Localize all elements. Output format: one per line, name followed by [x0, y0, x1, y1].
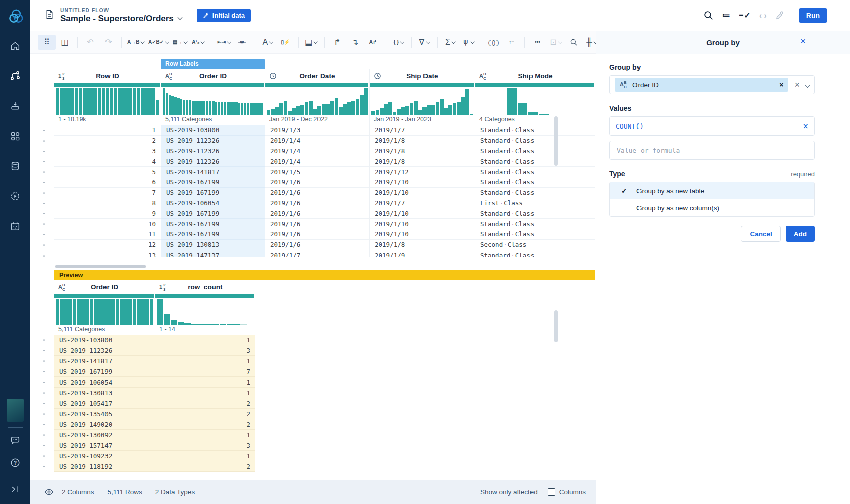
- histogram-bar[interactable]: [461, 97, 465, 115]
- column-view-button[interactable]: ◫: [56, 35, 74, 50]
- histogram-bar[interactable]: [247, 325, 254, 325]
- join-button[interactable]: ◯◯: [485, 35, 503, 50]
- histogram-bar[interactable]: [258, 103, 261, 115]
- column-order-date[interactable]: Order DateJan 2019 - Dec 20222019/1/3201…: [265, 69, 369, 257]
- table-cell[interactable]: 2019/1/10: [370, 208, 475, 219]
- chevron-down-icon[interactable]: [806, 80, 809, 89]
- histogram-bar[interactable]: [125, 88, 129, 115]
- group-values-button[interactable]: ▤: [302, 35, 321, 50]
- show-only-affected-label[interactable]: Show only affected: [480, 488, 538, 496]
- table-cell[interactable]: 12: [54, 240, 161, 250]
- histogram-bar[interactable]: [271, 109, 274, 115]
- table-cell[interactable]: 2019/1/6: [265, 219, 369, 229]
- histogram-bar[interactable]: [174, 97, 177, 115]
- histogram-bar[interactable]: [233, 324, 240, 325]
- histogram-bar[interactable]: [232, 102, 235, 115]
- histogram-bar[interactable]: [128, 299, 132, 325]
- histogram-bar[interactable]: [156, 100, 159, 115]
- table-cell[interactable]: US-2019-112326: [161, 146, 265, 157]
- histogram-bar[interactable]: [94, 299, 97, 325]
- table-cell[interactable]: US-2019-141817: [54, 356, 155, 366]
- table-cell[interactable]: 3: [155, 345, 255, 356]
- histogram-bar[interactable]: [227, 102, 229, 115]
- table-cell[interactable]: US-2019-118192: [54, 461, 155, 472]
- table-cell[interactable]: 1: [155, 430, 255, 440]
- cancel-button[interactable]: Cancel: [741, 226, 780, 242]
- histogram-bar[interactable]: [116, 299, 119, 325]
- search-column-button[interactable]: [565, 35, 583, 50]
- table-cell[interactable]: 2019/1/12: [370, 167, 475, 177]
- histogram-bar[interactable]: [335, 98, 338, 115]
- add-button[interactable]: Add: [786, 226, 815, 242]
- histogram-bar[interactable]: [507, 88, 517, 115]
- histogram-bar[interactable]: [171, 320, 177, 325]
- table-cell[interactable]: 3: [54, 146, 161, 157]
- histogram-bar[interactable]: [356, 99, 359, 115]
- histogram-bar[interactable]: [343, 104, 347, 115]
- histogram-bar[interactable]: [284, 101, 287, 115]
- sort-fields-button[interactable]: A¹₂: [189, 35, 207, 50]
- histogram-bar[interactable]: [75, 88, 78, 115]
- table-cell[interactable]: 2019/1/8: [370, 240, 475, 250]
- histogram-bar[interactable]: [418, 110, 422, 115]
- histogram-bar[interactable]: [102, 299, 106, 325]
- column-ship-mode[interactable]: ABCShip Mode4 CategoriesStandard·ClassSt…: [475, 69, 595, 257]
- histogram-bar[interactable]: [388, 102, 392, 115]
- close-icon[interactable]: ×: [800, 36, 806, 46]
- histogram-bar[interactable]: [94, 88, 98, 115]
- table-cell[interactable]: US-2019-130092: [54, 430, 155, 440]
- histogram-bar[interactable]: [539, 114, 549, 115]
- table-cell[interactable]: US-2019-149020: [54, 419, 155, 430]
- clear-selection-icon[interactable]: ×: [794, 80, 800, 89]
- column-row-count[interactable]: 123row_count1 - 141317112221312: [155, 280, 255, 472]
- pivot-columns-button[interactable]: ↴: [346, 35, 364, 50]
- histogram-bar[interactable]: [63, 88, 67, 115]
- column-header[interactable]: Order Date: [265, 69, 369, 83]
- table-cell[interactable]: US-2019-103800: [54, 335, 155, 345]
- table-cell[interactable]: Standard·Class: [475, 156, 595, 167]
- initial-data-button[interactable]: Initial data: [197, 9, 251, 22]
- split-values-button[interactable]: ⋔: [459, 35, 477, 50]
- table-cell[interactable]: US-2019-130813: [54, 388, 155, 398]
- group-by-field[interactable]: ABC Order ID × ×: [609, 75, 815, 94]
- column-header[interactable]: ABCOrder ID: [161, 69, 265, 83]
- histogram-bar[interactable]: [118, 88, 121, 115]
- table-cell[interactable]: US-2019-147137: [161, 250, 265, 257]
- histogram-bar[interactable]: [221, 102, 223, 115]
- calculated-field-button[interactable]: ▯⚡: [277, 35, 295, 50]
- table-cell[interactable]: 6: [54, 177, 161, 188]
- table-cell[interactable]: 2019/1/7: [370, 198, 475, 209]
- histogram-bar[interactable]: [121, 88, 125, 115]
- eyedropper-icon[interactable]: [775, 11, 785, 20]
- code-view-icon[interactable]: ‹ ›: [759, 11, 767, 20]
- table-cell[interactable]: 2019/1/4: [265, 136, 369, 146]
- histogram-bar[interactable]: [83, 88, 86, 115]
- histogram-bar[interactable]: [528, 112, 538, 115]
- columns-checkbox[interactable]: [548, 488, 555, 496]
- grid-view-button[interactable]: ⠿: [38, 35, 56, 50]
- histogram-bar[interactable]: [292, 108, 296, 115]
- histogram-bar[interactable]: [414, 101, 418, 115]
- table-cell[interactable]: 2019/1/10: [370, 219, 475, 229]
- histogram-bar[interactable]: [144, 88, 148, 115]
- histogram-bar[interactable]: [98, 88, 101, 115]
- column-header[interactable]: ABCOrder ID: [54, 280, 155, 294]
- table-cell[interactable]: Standard·Class: [475, 125, 595, 136]
- histogram-bar[interactable]: [79, 88, 82, 115]
- histogram-bar[interactable]: [444, 108, 448, 115]
- histogram-bar[interactable]: [137, 299, 140, 325]
- histogram-bar[interactable]: [145, 299, 149, 325]
- histogram-bar[interactable]: [238, 103, 241, 115]
- histogram-bar[interactable]: [330, 101, 334, 115]
- app-logo-icon[interactable]: [6, 6, 25, 25]
- table-cell[interactable]: Standard·Class: [475, 250, 595, 257]
- table-cell[interactable]: 2019/1/7: [265, 250, 369, 257]
- histogram-bar[interactable]: [401, 107, 405, 115]
- histogram-bar[interactable]: [427, 105, 431, 115]
- histogram-bar[interactable]: [240, 324, 247, 325]
- table-cell[interactable]: 1: [54, 125, 161, 136]
- histogram-bar[interactable]: [191, 324, 198, 325]
- histogram-bar[interactable]: [309, 101, 312, 115]
- histogram-bar[interactable]: [457, 102, 461, 115]
- redo-button[interactable]: ↷: [99, 35, 118, 50]
